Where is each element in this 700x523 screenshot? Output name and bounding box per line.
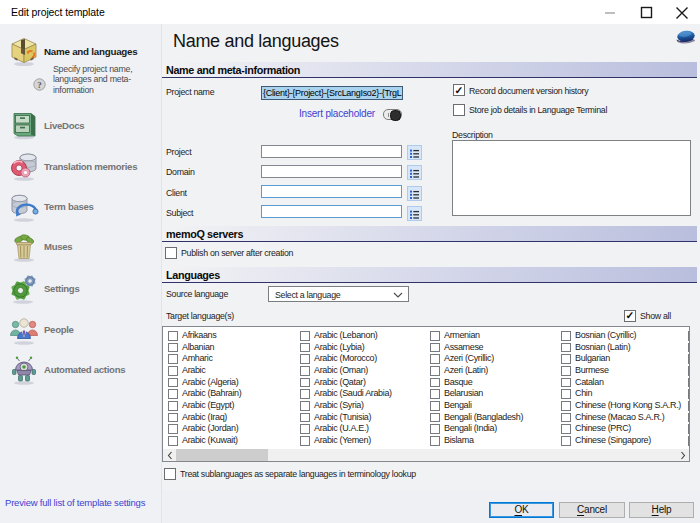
language-checkbox[interactable]	[168, 413, 178, 423]
language-checkbox[interactable]	[561, 424, 571, 434]
record-version-history-checkbox[interactable]	[453, 84, 465, 96]
language-checkbox[interactable]	[430, 378, 440, 388]
box-icon	[9, 35, 39, 67]
language-checkbox[interactable]	[561, 331, 571, 341]
language-label: Arabic (Kuwait)	[182, 435, 238, 445]
scrollbar-thumb[interactable]	[176, 449, 268, 461]
domain-list-button[interactable]	[407, 165, 422, 180]
sidebar: Name and languages ? Specify project nam…	[0, 24, 162, 523]
subject-list-button[interactable]	[407, 206, 422, 221]
project-input[interactable]	[261, 145, 402, 158]
language-checkbox[interactable]	[561, 401, 571, 411]
language-checkbox[interactable]	[300, 331, 310, 341]
client-list-button[interactable]	[407, 186, 422, 201]
language-label: Arabic (Saudi Arabia)	[314, 388, 392, 398]
language-checkbox[interactable]	[561, 389, 571, 399]
language-label: Arabic (Lebanon)	[314, 330, 377, 340]
language-checkbox[interactable]	[300, 401, 310, 411]
language-checkbox[interactable]	[300, 343, 310, 353]
section-header-label: Name and meta-information	[166, 64, 300, 76]
language-checkbox[interactable]	[168, 331, 178, 341]
description-label: Description	[452, 130, 493, 140]
language-checkbox[interactable]	[430, 436, 440, 446]
language-checkbox[interactable]	[168, 378, 178, 388]
close-button[interactable]	[665, 0, 697, 24]
people-icon	[9, 315, 39, 345]
project-name-selected-text: {Client}-{Project}-{SrcLangIso2}-{TrgL	[262, 87, 403, 99]
maximize-button[interactable]	[630, 0, 662, 24]
show-all-label: Show all	[640, 311, 671, 321]
help-icon: ?	[33, 78, 46, 91]
minimize-button[interactable]	[594, 0, 626, 24]
language-checkbox[interactable]	[430, 331, 440, 341]
language-checkbox[interactable]	[561, 354, 571, 364]
language-checkbox[interactable]	[300, 413, 310, 423]
language-checkbox[interactable]	[430, 424, 440, 434]
ok-button[interactable]: OK	[489, 502, 554, 518]
language-checkbox[interactable]	[168, 389, 178, 399]
language-checkbox[interactable]	[300, 378, 310, 388]
show-all-checkbox[interactable]	[624, 310, 636, 322]
language-checkbox[interactable]	[430, 401, 440, 411]
store-job-details-checkbox[interactable]	[453, 104, 465, 116]
language-checkbox-clipped	[688, 401, 690, 411]
minimize-icon	[604, 6, 616, 18]
window-titlebar: Edit project template	[0, 0, 700, 24]
project-name-input[interactable]: {Client}-{Project}-{SrcLangIso2}-{TrgL	[261, 86, 403, 100]
language-checkbox[interactable]	[168, 436, 178, 446]
language-checkbox-clipped	[688, 424, 690, 434]
description-textarea[interactable]	[452, 140, 691, 216]
sidebar-item-label: LiveDocs	[44, 120, 84, 131]
subject-input[interactable]	[261, 205, 402, 218]
list-icon	[408, 208, 421, 221]
tm-disc-icon	[9, 151, 39, 181]
language-checkbox[interactable]	[168, 424, 178, 434]
scroll-left-button[interactable]	[163, 449, 176, 461]
language-checkbox[interactable]	[430, 413, 440, 423]
language-checkbox[interactable]	[430, 389, 440, 399]
language-checkbox[interactable]	[430, 354, 440, 364]
target-language-list[interactable]: AfrikaansAlbanianAmharicArabicArabic (Al…	[162, 326, 690, 462]
language-label: Bengali	[444, 400, 472, 410]
language-checkbox[interactable]	[168, 343, 178, 353]
robot-icon	[9, 355, 39, 385]
muse-icon	[9, 232, 39, 262]
language-label: Bulgarian	[575, 353, 610, 363]
language-checkbox[interactable]	[561, 436, 571, 446]
language-checkbox[interactable]	[300, 354, 310, 364]
language-checkbox[interactable]	[300, 424, 310, 434]
domain-input[interactable]	[261, 165, 402, 178]
scroll-right-button[interactable]	[676, 449, 689, 461]
client-input[interactable]	[261, 185, 402, 198]
sidebar-item-label: People	[44, 324, 74, 335]
language-checkbox[interactable]	[168, 401, 178, 411]
cabinet-icon	[9, 110, 39, 140]
insert-placeholder-link[interactable]: Insert placeholder	[299, 108, 375, 119]
language-checkbox-clipped	[688, 343, 690, 353]
preview-template-settings-link[interactable]: Preview full list of template settings	[5, 497, 145, 508]
publish-on-server-label: Publish on server after creation	[181, 248, 293, 258]
cancel-button[interactable]: Cancel	[559, 502, 625, 518]
project-list-button[interactable]	[407, 145, 422, 160]
language-checkbox[interactable]	[561, 378, 571, 388]
language-checkbox[interactable]	[168, 366, 178, 376]
language-checkbox[interactable]	[430, 343, 440, 353]
source-language-select[interactable]: Select a language	[268, 286, 409, 302]
language-checkbox[interactable]	[168, 354, 178, 364]
language-checkbox[interactable]	[561, 343, 571, 353]
treat-sublanguages-checkbox[interactable]	[164, 468, 176, 480]
language-checkbox[interactable]	[561, 366, 571, 376]
horizontal-scrollbar[interactable]	[163, 449, 689, 461]
language-checkbox[interactable]	[300, 436, 310, 446]
help-button[interactable]: Help	[629, 502, 694, 518]
language-label: Arabic (Egypt)	[182, 400, 234, 410]
domain-label: Domain	[166, 167, 195, 177]
language-label: Assamese	[444, 342, 483, 352]
language-checkbox[interactable]	[300, 389, 310, 399]
placeholder-toggle[interactable]	[383, 109, 402, 120]
language-checkbox[interactable]	[561, 413, 571, 423]
language-label: Azeri (Cyrillic)	[444, 353, 494, 363]
language-checkbox[interactable]	[300, 366, 310, 376]
publish-on-server-checkbox[interactable]	[165, 247, 177, 259]
language-checkbox[interactable]	[430, 366, 440, 376]
